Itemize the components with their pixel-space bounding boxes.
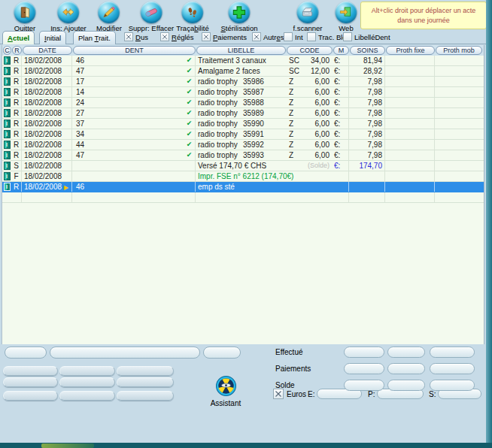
tab-actuel[interactable]: Actuel (2, 31, 35, 44)
filter-paiements[interactable]: Paiements (202, 32, 247, 41)
euros-checkbox[interactable] (273, 389, 284, 399)
footer-grid-button-r3c2[interactable] (59, 391, 115, 401)
done-check-icon: ✔ (184, 129, 196, 139)
column-header-c[interactable]: C (3, 46, 11, 55)
cell-soins: 174,70 (349, 161, 385, 171)
table-row[interactable]: IF18/02/2008Impr. FSE n° 6212 (174,70€) (2, 171, 484, 182)
table-row[interactable]: IR18/02/200834✔radio trophy35991Z6,00€:7… (2, 129, 484, 140)
footer-grid-button-r2c2[interactable] (59, 377, 115, 387)
footer-grid-button-r2c1[interactable] (3, 377, 58, 387)
cell-proth-mob (435, 119, 484, 129)
table-row[interactable]: IR18/02/200847✔Amalgame 2 facesSC12,00€:… (2, 66, 484, 77)
cell-check (184, 182, 196, 192)
current-act-arrow-icon: ▶ (64, 184, 68, 191)
cell-proth-mob (435, 161, 484, 171)
cell-r: R (11, 182, 22, 192)
column-header-proth-mob[interactable]: Proth mob (436, 46, 482, 55)
act-type-icon: I (4, 162, 11, 170)
footer-grid-button-r1c2[interactable] (59, 366, 115, 376)
toolbar-button-suppr-effacer[interactable]: Suppr: Effacer (129, 2, 175, 32)
table-row[interactable]: IR18/02/200847✔radio trophy35993Z6,00€:7… (2, 150, 484, 161)
footer-grid-button-r2c3[interactable] (117, 377, 174, 387)
table-row[interactable]: IR18/02/200846✔Traitement 3 canauxSC34,0… (2, 56, 484, 66)
assistant-button[interactable]: Assistant (202, 376, 250, 407)
table-row[interactable]: IR18/02/200817✔radio trophy35986Z6,00€:7… (2, 77, 484, 87)
cell-proth-mob (435, 108, 484, 118)
footprints-icon (182, 2, 204, 23)
cell-code: Z6,00 (286, 150, 333, 160)
insert-arrows-icon (58, 2, 80, 23)
effectue-field-1[interactable] (344, 347, 384, 358)
table-row[interactable]: IR18/02/200844✔radio trophy35992Z6,00€:7… (2, 140, 484, 150)
hint-note-line2: dans une journée (397, 16, 450, 25)
column-header-dent[interactable]: DENT (73, 46, 196, 55)
table-row[interactable]: IR18/02/200824✔radio trophy35988Z6,00€:7… (2, 98, 484, 108)
column-header-code[interactable]: CODE (287, 46, 333, 55)
cell-date (22, 192, 72, 202)
filter-r-gl-s[interactable]: Réglés (160, 32, 194, 41)
cell-libelle: Traitement 3 canaux (196, 56, 286, 65)
cell-dent: 37 (72, 119, 184, 129)
effectue-field-2[interactable] (387, 347, 425, 358)
filter-dus[interactable]: Dus (124, 32, 148, 41)
column-header-cell: CODE (286, 45, 333, 56)
cell-code (286, 171, 333, 181)
toolbar-button-quitter[interactable]: Quitter (14, 2, 36, 32)
toolbar-button-tra-abilit[interactable]: Traçabilité (176, 2, 209, 32)
tab-initial[interactable]: Initial (39, 31, 66, 44)
act-type-icon: I (4, 141, 11, 149)
cell-c: I (2, 87, 11, 97)
cell-soins: 7,98 (349, 77, 385, 86)
filter-autres[interactable]: Autres (252, 32, 284, 41)
table-row[interactable]: IS18/02/2008Versé 174,70 € CHS(Solde)€:1… (2, 161, 484, 171)
column-header-m[interactable]: M (333, 46, 349, 55)
paiements-field-3[interactable] (430, 363, 475, 374)
cell-m: €: (333, 108, 349, 118)
table-row[interactable] (2, 192, 484, 203)
toolbar-button-modifier[interactable]: Modifier (96, 2, 122, 32)
blank-toggle-icon (284, 32, 293, 41)
toggle-label: LibelléDent (354, 33, 390, 41)
table-row[interactable]: IR18/02/200837✔radio trophy35990Z6,00€:7… (2, 119, 484, 129)
act-type-icon: I (4, 172, 11, 180)
toggle-int[interactable]: Int (284, 32, 303, 41)
tab-plan-trait[interactable]: Plan Trait. (73, 31, 116, 44)
toolbar-button-web[interactable]: Web (336, 2, 357, 32)
toggle-libell-dent[interactable]: LibelléDent (343, 32, 390, 41)
table-row-selected[interactable]: IR18/02/2008▶46emp ds sté (2, 182, 484, 192)
footer-grid-button-r1c1[interactable] (3, 366, 58, 376)
cell-r: R (11, 98, 22, 107)
footer-grid-button-r3c3[interactable] (117, 391, 174, 401)
cell-code: Z6,00 (286, 119, 333, 129)
cell-code: (Solde) (286, 161, 333, 171)
door-exit-icon (14, 2, 36, 23)
solde-field-1[interactable] (344, 380, 384, 391)
paiements-field-2[interactable] (387, 363, 425, 374)
footer-field-left-2[interactable] (50, 347, 200, 359)
effectue-field-3[interactable] (430, 347, 475, 358)
column-header-proth-fixe[interactable]: Proth fixe (386, 46, 435, 55)
footer-grid-button-r1c3[interactable] (117, 366, 174, 376)
toolbar-button-st-rilisation[interactable]: Stérilisation (220, 2, 257, 32)
toolbar-button-ins-ajouter[interactable]: Ins: Ajouter (50, 2, 87, 32)
cell-libelle (196, 192, 286, 202)
table-row[interactable]: IR18/02/200814✔radio trophy35987Z6,00€:7… (2, 87, 484, 98)
solde-field-2[interactable] (387, 380, 425, 391)
cell-c: I (2, 56, 11, 65)
solde-field-3[interactable] (430, 380, 475, 391)
column-header-soins[interactable]: SOINS (350, 46, 385, 55)
act-type-icon: I (4, 109, 11, 117)
paiements-field-1[interactable] (344, 363, 384, 374)
table-row[interactable]: IR18/02/200827✔radio trophy35989Z6,00€:7… (2, 108, 484, 119)
column-header-r[interactable]: R (12, 46, 22, 55)
toolbar-button-f-scanner[interactable]: f.scanner (293, 2, 322, 32)
footer-field-left-3[interactable] (203, 347, 241, 359)
taskbar-glow (41, 443, 94, 448)
cell-soins (349, 171, 385, 181)
scanner-icon (296, 2, 318, 23)
cell-r: R (11, 77, 22, 86)
column-header-date[interactable]: DATE (23, 46, 72, 55)
footer-field-left-1[interactable] (5, 347, 47, 359)
column-header-libelle[interactable]: LIBELLE (196, 46, 286, 55)
footer-grid-button-r3c1[interactable] (3, 391, 58, 401)
